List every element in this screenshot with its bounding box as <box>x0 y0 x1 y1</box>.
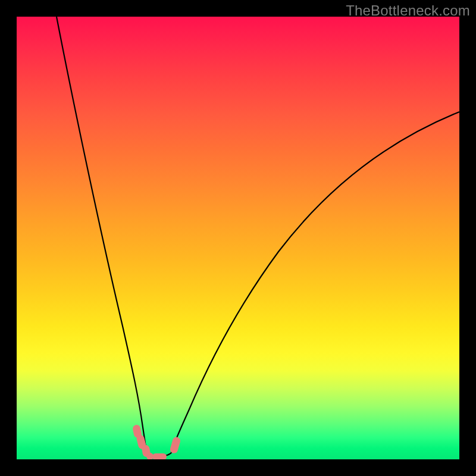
plot-area <box>17 17 459 459</box>
dot-cluster-left <box>132 424 167 459</box>
curve-left-branch <box>57 17 146 453</box>
svg-rect-5 <box>169 436 181 454</box>
watermark: TheBottleneck.com <box>346 2 470 19</box>
dot-cluster-right <box>169 436 181 454</box>
curve-right-branch <box>171 112 459 453</box>
svg-rect-4 <box>152 453 167 459</box>
chart-frame: TheBottleneck.com <box>0 0 476 476</box>
curve-layer <box>17 17 459 459</box>
